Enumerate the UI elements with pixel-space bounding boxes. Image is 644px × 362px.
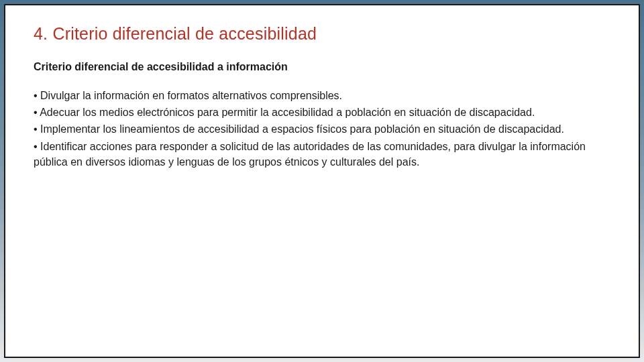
bullet-item: • Adecuar los medios electrónicos para p… (34, 105, 590, 120)
bullet-item: • Identificar acciones para responder a … (34, 139, 590, 170)
bullet-item: • Implementar los lineamientos de accesi… (34, 121, 590, 137)
bullet-item: • Divulgar la información en formatos al… (34, 88, 590, 103)
slide-title: 4. Criterio diferencial de accesibilidad (34, 24, 610, 44)
slide-frame: 4. Criterio diferencial de accesibilidad… (4, 4, 640, 358)
slide-subtitle: Criterio diferencial de accesibilidad a … (34, 61, 610, 73)
bullet-list: • Divulgar la información en formatos al… (34, 88, 590, 170)
